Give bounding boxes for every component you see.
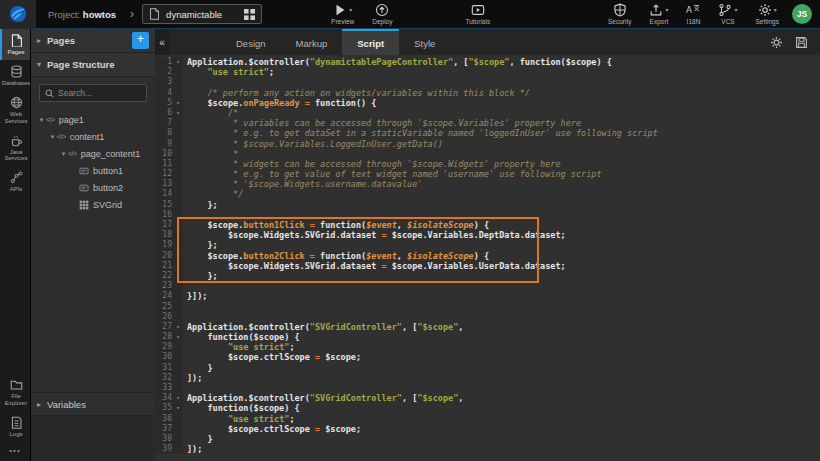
fold-marker-icon[interactable]: ▾ (173, 220, 183, 230)
tree-toggle[interactable]: ▾ (48, 133, 57, 141)
tree-item-SVGrid[interactable]: SVGrid (31, 196, 155, 213)
breadcrumb-chevron-icon: › (130, 7, 134, 21)
code-line-27: 27▾Application.$controller("SVGridContro… (155, 322, 820, 332)
fold-marker-icon (173, 291, 183, 301)
fold-marker-icon (173, 240, 183, 250)
rail-item-apis[interactable]: APIs (0, 166, 30, 197)
code-line-13: 13 * '$scope.Widgets.username.datavalue' (155, 179, 820, 189)
tab-markup[interactable]: Markup (281, 29, 343, 55)
tab-script[interactable]: Script (342, 29, 399, 55)
fold-marker-icon (173, 261, 183, 271)
line-number: 29 (155, 342, 173, 352)
fold-marker-icon (173, 159, 183, 169)
script-settings-gear-icon[interactable] (770, 36, 783, 49)
line-number: 1 (155, 57, 173, 67)
line-number: 32 (155, 373, 173, 383)
fold-marker-icon[interactable]: ▾ (173, 108, 183, 118)
topbar-actions-mid: Tutorials (456, 1, 499, 27)
export-icon (649, 3, 663, 17)
chevron-down-icon: ▾ (774, 6, 777, 13)
line-number: 28 (155, 332, 173, 342)
collapse-panel-button[interactable]: « (155, 29, 169, 55)
deploy-icon (375, 3, 389, 17)
code-line-30: 30 $scope.ctrlScope = $scope; (155, 352, 820, 362)
preview-button[interactable]: ▾Preview (322, 1, 363, 27)
line-number: 33 (155, 383, 173, 393)
code-icon: </> (68, 150, 77, 157)
page-structure-label: Page Structure (47, 59, 115, 70)
rail-item-file-explorer[interactable]: File Explorer (0, 373, 30, 411)
tree-item-button2[interactable]: button2 (31, 179, 155, 196)
fold-marker-icon[interactable]: ▾ (173, 98, 183, 108)
fold-marker-icon[interactable]: ▾ (173, 57, 183, 67)
settings-button[interactable]: ▾Settings (747, 1, 789, 27)
code-line-21: 21 $scope.Widgets.SVGrid.dataset = $scop… (155, 261, 820, 271)
fold-marker-icon (173, 352, 183, 362)
fold-marker-icon[interactable]: ▾ (173, 332, 183, 342)
fold-marker-icon (173, 179, 183, 189)
rail-item-pages[interactable]: Pages (0, 29, 30, 60)
fold-marker-icon[interactable]: ▾ (173, 393, 183, 403)
vcs-button[interactable]: ▾VCS (709, 1, 746, 27)
more-menu-button[interactable]: ••• (0, 442, 30, 461)
export-button[interactable]: ▾Export (640, 1, 677, 27)
tree-toggle[interactable]: ▾ (59, 150, 68, 158)
rail-item-java-services[interactable]: Java Services (0, 129, 30, 167)
page-selector-label: dynamictable (166, 9, 238, 20)
tab-style[interactable]: Style (399, 29, 450, 55)
shield-icon (613, 3, 627, 17)
tree-item-page1[interactable]: ▾</>page1 (31, 111, 155, 128)
code-line-28: 28▾ function($scope) { (155, 332, 820, 342)
line-number: 39 (155, 444, 173, 454)
code-line-15: 15 }; (155, 200, 820, 210)
code-line-36: 36 "use strict"; (155, 414, 820, 424)
tree-item-button1[interactable]: button1 (31, 162, 155, 179)
tab-design[interactable]: Design (221, 29, 281, 55)
user-avatar[interactable]: JS (792, 4, 812, 24)
save-icon[interactable] (795, 36, 808, 49)
line-number: 20 (155, 251, 173, 261)
code-line-19: 19 }; (155, 240, 820, 250)
pages-section-header[interactable]: ▸ Pages + (31, 29, 155, 53)
code-line-26: 26 (155, 312, 820, 322)
video-icon (471, 3, 485, 17)
variables-section-header[interactable]: ▸ Variables (31, 393, 155, 415)
fold-marker-icon[interactable]: ▾ (173, 251, 183, 261)
add-page-button[interactable]: + (132, 32, 149, 49)
database-icon (10, 65, 23, 78)
project-name: howtos (83, 9, 116, 20)
tutorials-button[interactable]: Tutorials (456, 1, 499, 27)
tree-toggle[interactable]: ▾ (37, 116, 46, 124)
line-number: 36 (155, 414, 173, 424)
fold-marker-icon[interactable]: ▾ (173, 403, 183, 413)
i18n-button[interactable]: AI18N (677, 1, 709, 27)
line-number: 6 (155, 108, 173, 118)
rail-item-web-services[interactable]: Web Services (0, 91, 30, 129)
code-line-17: 17▾ $scope.button1Click = function($even… (155, 220, 820, 230)
line-number: 23 (155, 281, 173, 291)
chevron-right-icon: ▸ (37, 400, 47, 409)
fold-marker-icon (173, 424, 183, 434)
deploy-button[interactable]: Deploy (363, 1, 401, 27)
fold-marker-icon (173, 230, 183, 240)
tree-item-page_content1[interactable]: ▾</>page_content1 (31, 145, 155, 162)
app-logo[interactable] (0, 0, 36, 29)
fold-marker-icon[interactable]: ▾ (173, 322, 183, 332)
code-line-4: 4 /* perform any action on widgets/varia… (155, 88, 820, 98)
topbar-actions-left: ▾PreviewDeploy (322, 1, 401, 27)
code-line-3: 3 (155, 77, 820, 87)
editor-tab-bar: « DesignMarkupScriptStyle (155, 29, 820, 55)
tree-item-content1[interactable]: ▾</>content1 (31, 128, 155, 145)
line-number: 17 (155, 220, 173, 230)
line-number: 34 (155, 393, 173, 403)
project-breadcrumb: Project: howtos (48, 9, 116, 20)
script-code-editor[interactable]: 1▾Application.$controller("dynamictableP… (155, 55, 820, 461)
rail-item-logs[interactable]: Logs (0, 411, 30, 442)
code-line-10: 10 * (155, 149, 820, 159)
page-structure-header[interactable]: ▾ Page Structure (31, 53, 155, 77)
code-line-32: 32]); (155, 373, 820, 383)
rail-item-databases[interactable]: Databases (0, 60, 30, 91)
security-button[interactable]: Security (599, 1, 640, 27)
search-input[interactable] (58, 88, 141, 98)
page-selector-dropdown[interactable]: dynamictable (142, 4, 262, 24)
